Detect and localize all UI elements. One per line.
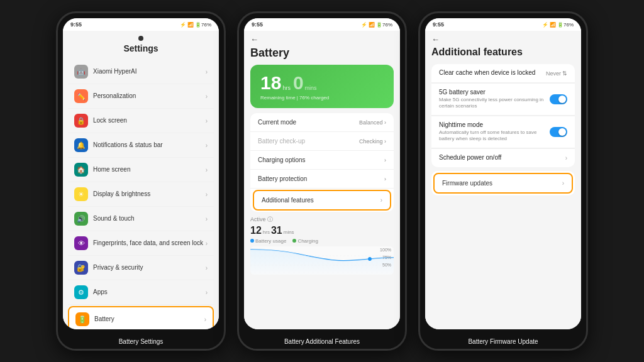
- status-bar-3: 9:55 ⚡ 📶 🔋76%: [425, 18, 581, 31]
- settings-item-personalization[interactable]: ✏️ Personalization ›: [68, 84, 214, 109]
- additional-features-chevron: ›: [380, 197, 382, 204]
- settings-item-hyperai[interactable]: 🤖 Xiaomi HyperAI ›: [68, 60, 214, 84]
- battery-card: 18 hrs 0 mins Remaining time | 76% charg…: [250, 65, 394, 108]
- active-mins: 31: [271, 225, 282, 236]
- personalization-icon: ✏️: [74, 89, 88, 103]
- sound-icon: 🔊: [74, 212, 88, 226]
- battery-mins-label: mins: [305, 85, 317, 91]
- charging-options-label: Charging options: [258, 156, 306, 163]
- personalization-chevron: ›: [206, 93, 208, 100]
- firmware-section: Firmware updates ›: [431, 171, 575, 195]
- battery-content: ← Battery 18 hrs 0 mins Remaining time |…: [244, 31, 400, 329]
- battery-back-arrow[interactable]: ←: [250, 35, 394, 44]
- settings-list: 🤖 Xiaomi HyperAI › ✏️ Personalization › …: [68, 60, 214, 329]
- lockscreen-label: Lock screen: [93, 117, 206, 124]
- chart-legend: Battery usage Charging: [250, 238, 394, 244]
- firmware-updates-label: Firmware updates: [442, 180, 492, 187]
- battery-mins: 0: [293, 72, 304, 94]
- 5g-saver-toggle[interactable]: [550, 94, 567, 104]
- schedule-power-item[interactable]: Schedule power on/off ›: [431, 149, 575, 167]
- settings-content: Settings 🤖 Xiaomi HyperAI › ✏️ Personali…: [63, 31, 219, 329]
- clear-cache-left: Clear cache when device is locked: [439, 69, 546, 77]
- firmware-updates-item[interactable]: Firmware updates ›: [433, 173, 573, 194]
- fingerprints-icon: 👁: [74, 236, 88, 250]
- clear-cache-item[interactable]: Clear cache when device is locked Never …: [431, 64, 575, 83]
- battery-checkup-value: Checking ›: [359, 138, 386, 145]
- battery-hours: 18: [260, 72, 281, 94]
- battery-screen: 9:55 ⚡ 📶 🔋76% ← Battery 18 hrs 0 mins Re…: [244, 18, 400, 329]
- chart-100: 100%: [380, 248, 391, 252]
- charging-legend: Charging: [292, 238, 318, 244]
- battery-hrs-label: hrs: [282, 85, 291, 91]
- settings-item-lockscreen[interactable]: 🔒 Lock screen ›: [68, 109, 214, 133]
- display-icon: ☀: [74, 187, 88, 201]
- charging-options-chevron: ›: [384, 157, 386, 163]
- active-time-display: 12 hrs 31 mins: [250, 225, 394, 236]
- homescreen-icon: 🏠: [74, 163, 88, 177]
- privacy-icon: 🔐: [74, 261, 88, 275]
- current-mode-label: Current mode: [258, 119, 296, 126]
- battery-checkup-label: Battery check-up: [258, 138, 305, 145]
- phone-features: 9:55 ⚡ 📶 🔋76% ← Additional features Clea…: [418, 11, 588, 351]
- status-time-2: 9:55: [252, 21, 263, 28]
- current-mode-item[interactable]: Current mode Balanced ›: [250, 113, 394, 132]
- clear-cache-arrows: ⇅: [562, 70, 567, 77]
- battery-status-text: Remaining time | 76% charged: [260, 95, 384, 101]
- features-screen: 9:55 ⚡ 📶 🔋76% ← Additional features Clea…: [425, 18, 581, 329]
- settings-header: Settings: [63, 31, 219, 60]
- nighttime-mode-item[interactable]: Nighttime mode Automatically turn off so…: [431, 116, 575, 148]
- status-icons-2: ⚡ 📶 🔋76%: [361, 22, 392, 28]
- 5g-saver-item[interactable]: 5G battery saver Make 5G connectivity le…: [431, 84, 575, 116]
- 5g-saver-name: 5G battery saver: [439, 89, 550, 96]
- settings-screen: 9:55 ⚡ 📶 🔋76% Settings 🤖 Xiaomi HyperAI …: [63, 18, 219, 329]
- settings-item-sound[interactable]: 🔊 Sound & touch ›: [68, 207, 214, 231]
- chart-50: 50%: [382, 263, 391, 267]
- fingerprints-label: Fingerprints, face data, and screen lock: [93, 239, 206, 247]
- schedule-power-chevron: ›: [565, 155, 567, 162]
- features-title: Additional features: [431, 47, 575, 58]
- settings-item-fingerprints[interactable]: 👁 Fingerprints, face data, and screen lo…: [68, 231, 214, 256]
- settings-item-display[interactable]: ☀ Display & brightness ›: [68, 182, 214, 207]
- nighttime-mode-desc: Automatically turn off some features to …: [439, 129, 550, 143]
- settings-item-privacy[interactable]: 🔐 Privacy & security ›: [68, 256, 214, 280]
- settings-item-homescreen[interactable]: 🏠 Home screen ›: [68, 158, 214, 182]
- status-bar-2: 9:55 ⚡ 📶 🔋76%: [244, 18, 400, 31]
- nighttime-mode-toggle[interactable]: [550, 127, 567, 137]
- clear-cache-value: Never ⇅: [546, 70, 567, 77]
- additional-features-item[interactable]: Additional features ›: [253, 190, 391, 211]
- active-mins-label: mins: [284, 229, 294, 235]
- settings-item-battery[interactable]: 🔋 Battery ›: [68, 306, 214, 329]
- apps-icon: ⚙: [74, 285, 88, 299]
- battery-menu: Current mode Balanced › Battery check-up…: [250, 113, 394, 212]
- battery-protection-label: Battery protection: [258, 175, 307, 182]
- phone-label-2: Battery Additional Features: [239, 334, 405, 349]
- status-time-1: 9:55: [70, 21, 82, 28]
- battery-protection-item[interactable]: Battery protection ›: [250, 170, 394, 189]
- charging-options-item[interactable]: Charging options ›: [250, 151, 394, 170]
- hyperai-icon: 🤖: [74, 65, 88, 79]
- features-back-arrow[interactable]: ←: [431, 35, 575, 44]
- hyperai-chevron: ›: [206, 69, 208, 75]
- battery-page-title: Battery: [250, 47, 394, 60]
- active-label: Active ⓘ: [250, 216, 394, 224]
- sound-label: Sound & touch: [93, 215, 206, 222]
- display-chevron: ›: [206, 191, 208, 198]
- phone-container: 9:55 ⚡ 📶 🔋76% Settings 🤖 Xiaomi HyperAI …: [46, 1, 598, 361]
- camera-dot: [138, 36, 143, 41]
- phone-settings: 9:55 ⚡ 📶 🔋76% Settings 🤖 Xiaomi HyperAI …: [56, 11, 226, 351]
- lockscreen-chevron: ›: [206, 118, 208, 124]
- active-hours: 12: [250, 225, 262, 236]
- battery-usage-legend: Battery usage: [250, 238, 286, 244]
- chart-svg: [250, 246, 394, 275]
- status-icons-3: ⚡ 📶 🔋76%: [542, 22, 574, 28]
- settings-item-notifications[interactable]: 🔔 Notifications & status bar ›: [68, 133, 214, 158]
- phone-label-1: Battery Settings: [58, 334, 224, 349]
- chart-75: 75%: [382, 255, 391, 260]
- status-time-3: 9:55: [433, 21, 444, 28]
- personalization-label: Personalization: [93, 92, 206, 100]
- battery-checkup-item[interactable]: Battery check-up Checking ›: [250, 132, 394, 151]
- nighttime-mode-left: Nighttime mode Automatically turn off so…: [439, 121, 550, 143]
- phone-label-3: Battery Firmware Update: [420, 334, 586, 349]
- settings-item-apps[interactable]: ⚙ Apps ›: [68, 280, 214, 305]
- battery-time: 18 hrs 0 mins: [260, 72, 384, 94]
